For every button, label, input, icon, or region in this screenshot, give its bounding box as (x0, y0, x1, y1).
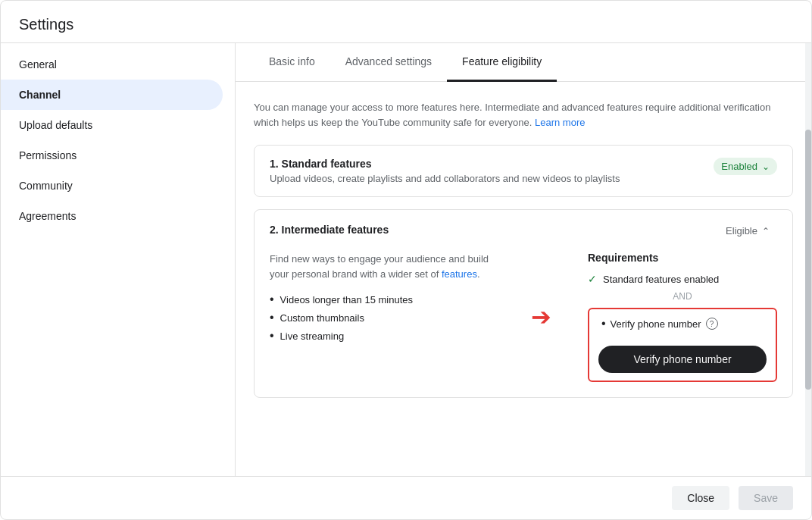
requirement-phone: Verify phone number ? (598, 317, 767, 330)
tab-advanced-settings[interactable]: Advanced settings (330, 43, 447, 82)
sidebar-item-community[interactable]: Community (1, 171, 223, 201)
page-title: Settings (19, 16, 793, 33)
bullet-2: Custom thumbnails (270, 309, 501, 327)
standard-features-header: 1. Standard features Upload videos, crea… (270, 158, 777, 184)
settings-footer: Close Save (1, 476, 811, 519)
close-button[interactable]: Close (672, 486, 729, 510)
sidebar-item-agreements[interactable]: Agreements (1, 201, 223, 231)
bullet-1: Videos longer than 15 minutes (270, 290, 501, 309)
bullet-3: Live streaming (270, 327, 501, 345)
intermediate-body-text: Find new ways to engage your audience an… (270, 252, 501, 281)
intermediate-features-title: 2. Intermediate features (270, 224, 389, 236)
requirements-section: Requirements ✓ Standard features enabled… (588, 252, 777, 382)
standard-features-desc: Upload videos, create playlists and add … (270, 173, 620, 184)
checkmark-icon: ✓ (588, 273, 597, 285)
and-divider: AND (588, 291, 777, 302)
sidebar-item-channel[interactable]: Channel (1, 80, 223, 110)
description-text: You can manage your access to more featu… (254, 100, 793, 130)
verify-phone-button[interactable]: Verify phone number (598, 346, 767, 373)
main-wrapper: Basic info Advanced settings Feature eli… (236, 43, 811, 476)
main-content: Basic info Advanced settings Feature eli… (236, 43, 811, 476)
sidebar-item-upload-defaults[interactable]: Upload defaults (1, 110, 223, 140)
standard-features-info: 1. Standard features Upload videos, crea… (270, 158, 620, 184)
settings-body: General Channel Upload defaults Permissi… (1, 43, 811, 476)
settings-header: Settings (1, 1, 811, 43)
requirements-title: Requirements (588, 252, 777, 264)
features-link[interactable]: features (442, 268, 477, 280)
requirement-standard: ✓ Standard features enabled (588, 273, 777, 285)
tab-basic-info[interactable]: Basic info (254, 43, 330, 82)
standard-status-badge[interactable]: Enabled ⌄ (714, 158, 777, 175)
tabs: Basic info Advanced settings Feature eli… (236, 43, 811, 82)
chevron-up-icon: ⌃ (762, 226, 770, 237)
intermediate-status-badge[interactable]: Eligible ⌃ (718, 222, 777, 240)
feature-bullets: Videos longer than 15 minutes Custom thu… (270, 290, 501, 345)
arrow-container: ➔ (531, 252, 557, 382)
sidebar: General Channel Upload defaults Permissi… (1, 43, 236, 476)
chevron-down-icon: ⌄ (762, 161, 770, 172)
sidebar-item-general[interactable]: General (1, 49, 223, 80)
intermediate-features-header: 2. Intermediate features Eligible ⌃ (255, 210, 792, 252)
verify-section: Verify phone number ? Verify phone numbe… (588, 308, 777, 382)
scrollbar-thumb[interactable] (805, 130, 811, 390)
tab-feature-eligibility[interactable]: Feature eligibility (447, 43, 557, 82)
content-area: You can manage your access to more featu… (236, 82, 811, 476)
standard-features-title: 1. Standard features (270, 158, 620, 170)
scrollbar-track[interactable] (805, 43, 811, 476)
sidebar-item-permissions[interactable]: Permissions (1, 140, 223, 171)
intermediate-features-card: 2. Intermediate features Eligible ⌃ (254, 209, 793, 398)
save-button[interactable]: Save (739, 486, 793, 510)
standard-features-card: 1. Standard features Upload videos, crea… (254, 145, 793, 197)
intermediate-features-left: Find new ways to engage your audience an… (270, 252, 501, 382)
arrow-right-icon: ➔ (531, 302, 551, 331)
learn-more-link[interactable]: Learn more (535, 117, 585, 128)
intermediate-features-body: Find new ways to engage your audience an… (255, 252, 792, 397)
help-icon[interactable]: ? (706, 318, 718, 330)
